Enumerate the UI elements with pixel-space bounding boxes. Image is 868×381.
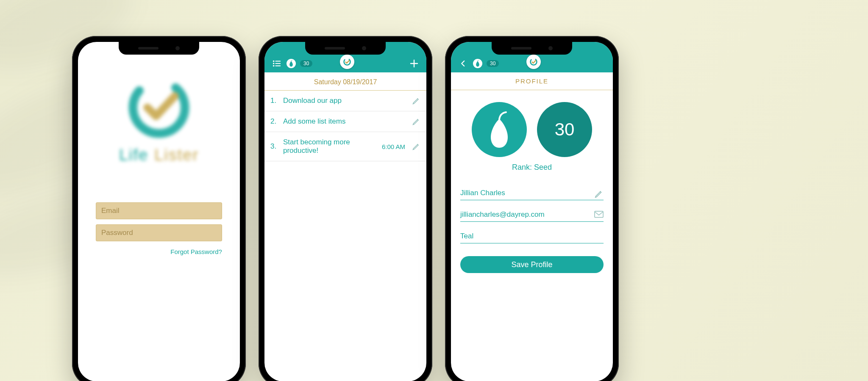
menu-icon[interactable] [271, 58, 282, 69]
list-item-text: Download our app [283, 97, 408, 105]
name-field[interactable]: Jillian Charles [460, 189, 604, 200]
app-logo-icon[interactable] [526, 55, 541, 69]
phone-login: Life Lister Email Password Forgot Passwo… [72, 36, 246, 381]
seed-icon[interactable] [473, 59, 482, 68]
email-placeholder: Email [101, 207, 120, 215]
list-item-text: Add some list items [283, 117, 408, 126]
svg-point-1 [273, 61, 275, 62]
edit-icon[interactable] [412, 97, 420, 105]
profile-theme: Teal [460, 232, 473, 240]
profile-summary: 30 [451, 102, 613, 157]
theme-field[interactable]: Teal [460, 232, 604, 243]
edit-icon[interactable] [594, 189, 604, 197]
date-header: Saturday 08/19/2017 [264, 72, 426, 91]
password-placeholder: Password [101, 229, 133, 237]
list-item[interactable]: 2. Add some list items [264, 111, 426, 132]
rank-label: Rank: Seed [451, 163, 613, 172]
phone-list: 30 Saturday 08/19/2017 [259, 36, 432, 381]
edit-icon[interactable] [412, 142, 420, 151]
list-item[interactable]: 3. Start becoming more productive! 6:00 … [264, 132, 426, 161]
points-circle: 30 [537, 102, 592, 157]
svg-point-8 [529, 57, 538, 66]
svg-rect-9 [595, 211, 603, 218]
section-title: PROFILE [451, 72, 613, 90]
seed-icon[interactable] [287, 59, 296, 68]
app-logo-large [123, 72, 195, 144]
svg-rect-2 [275, 61, 281, 62]
phone-profile: 30 PROFILE [445, 36, 619, 381]
password-field[interactable]: Password [96, 224, 222, 241]
list-item[interactable]: 1. Download our app [264, 91, 426, 111]
svg-rect-4 [275, 63, 281, 64]
add-item-button[interactable] [409, 58, 420, 69]
profile-name: Jillian Charles [460, 189, 505, 197]
brand-name: Life Lister [119, 146, 199, 164]
svg-rect-6 [275, 66, 281, 66]
svg-point-7 [342, 57, 351, 66]
back-icon[interactable] [458, 58, 469, 69]
mail-icon [594, 211, 604, 218]
list-item-time: 6:00 AM [382, 143, 405, 150]
points-badge: 30 [487, 60, 499, 67]
profile-email: jilliancharles@dayrep.com [460, 210, 545, 219]
email-field[interactable]: Email [96, 202, 222, 219]
svg-point-5 [273, 65, 275, 67]
email-field[interactable]: jilliancharles@dayrep.com [460, 210, 604, 222]
forgot-password-link[interactable]: Forgot Password? [170, 248, 222, 255]
app-logo-icon[interactable] [340, 55, 354, 69]
save-profile-button[interactable]: Save Profile [460, 256, 604, 273]
edit-icon[interactable] [412, 117, 420, 126]
svg-point-3 [273, 63, 275, 64]
list-item-text: Start becoming more productive! [283, 138, 378, 155]
points-badge: 30 [300, 60, 312, 67]
rank-icon [472, 102, 527, 157]
